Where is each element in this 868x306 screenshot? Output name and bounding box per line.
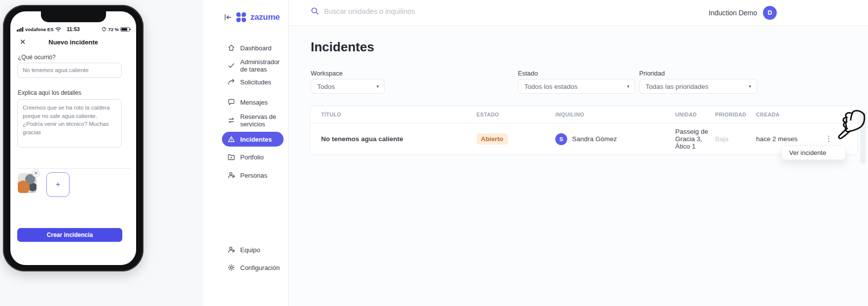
avatar[interactable]: D bbox=[763, 6, 777, 20]
incident-title-cell: No tenemos agua caliente bbox=[321, 131, 476, 147]
tenant-avatar: S bbox=[555, 133, 567, 145]
table-header-row: TÍTULO ESTADO INQUILINO UNIDAD PRIORIDAD… bbox=[310, 106, 858, 123]
sidebar-item-label: Reservas de servicios bbox=[240, 113, 284, 128]
priority-select[interactable]: Todas las prioridades ▾ bbox=[639, 79, 757, 94]
sidebar-item-label: Administrador de tareas bbox=[240, 58, 284, 73]
incident-actions-cell: ⋮ bbox=[825, 131, 847, 147]
filter-label-priority: Prioridad bbox=[639, 70, 665, 77]
sidebar-item-portfolio[interactable]: Portfolio bbox=[222, 150, 284, 164]
signal-icon bbox=[17, 27, 24, 32]
column-header-tenant: INQUILINO bbox=[555, 112, 675, 117]
sidebar-item-incidents[interactable]: Incidentes bbox=[222, 132, 284, 147]
person-key-icon bbox=[227, 171, 235, 179]
search-icon bbox=[311, 7, 319, 15]
main-content: Induction Demo D Incidentes Workspace To… bbox=[289, 0, 868, 306]
sidebar-item-requests[interactable]: Solicitudes bbox=[222, 75, 284, 89]
screenshot-stage: vodafone ES 11:53 72 % ✕ Nuevo incidente… bbox=[0, 0, 868, 306]
status-select[interactable]: Todos los estados ▾ bbox=[518, 79, 635, 94]
add-photo-button[interactable]: + bbox=[46, 172, 70, 197]
filter-label-status: Estado bbox=[518, 70, 538, 77]
zazume-logo-text: zazume bbox=[251, 12, 280, 22]
column-header-priority: PRIORIDAD bbox=[715, 112, 756, 117]
sidebar-item-label: Dashboard bbox=[240, 44, 272, 52]
chat-bubble-icon bbox=[227, 98, 235, 106]
incident-created-cell: hace 2 meses bbox=[756, 131, 825, 147]
repeat-icon bbox=[227, 116, 235, 124]
table-row[interactable]: No tenemos agua caliente Abierto S Sandr… bbox=[310, 123, 858, 154]
divider bbox=[18, 168, 131, 169]
workspace-select[interactable]: Todos ▾ bbox=[311, 79, 385, 94]
phone-notch bbox=[41, 11, 106, 22]
sidebar-item-messages[interactable]: Mensajes bbox=[222, 95, 284, 110]
clock-time: 11:53 bbox=[67, 26, 79, 32]
phone-screen-title: Nuevo incidente bbox=[10, 37, 136, 48]
column-header-unit: UNIDAD bbox=[675, 112, 715, 117]
top-bar: Induction Demo D bbox=[289, 0, 868, 26]
priority-select-value: Todas las prioridades bbox=[646, 83, 709, 90]
page-title: Incidentes bbox=[311, 39, 374, 55]
chevron-down-icon: ▾ bbox=[376, 84, 379, 89]
portfolio-folder-icon bbox=[227, 153, 235, 161]
sidebar-item-label: Mensajes bbox=[240, 99, 268, 106]
sidebar-item-service-bookings[interactable]: Reservas de servicios bbox=[222, 113, 284, 128]
create-incident-button[interactable]: Crear incidencia bbox=[17, 228, 122, 242]
search-input[interactable] bbox=[324, 7, 482, 15]
incident-priority-cell: Baja bbox=[715, 131, 756, 147]
sidebar: zazume Dashboard Administrador de tareas… bbox=[203, 0, 289, 306]
wifi-icon bbox=[55, 27, 61, 32]
close-icon[interactable]: ✕ bbox=[18, 38, 27, 46]
status-badge: Abierto bbox=[476, 133, 508, 145]
incident-unit-cell: Passeig de Gracia 3, Ático 1 bbox=[675, 124, 715, 154]
team-icon bbox=[227, 246, 235, 254]
question-label: ¿Qué ocurrió? bbox=[18, 54, 56, 61]
workspace-select-value: Todos bbox=[317, 83, 335, 90]
sidebar-item-dashboard[interactable]: Dashboard bbox=[222, 40, 284, 55]
home-icon bbox=[227, 44, 235, 52]
account-name[interactable]: Induction Demo bbox=[709, 9, 757, 17]
sidebar-item-label: Incidentes bbox=[240, 136, 272, 143]
orientation-lock-icon bbox=[102, 27, 107, 32]
gear-icon bbox=[227, 264, 235, 271]
phone-screen: vodafone ES 11:53 72 % ✕ Nuevo incidente… bbox=[10, 11, 136, 265]
tenant-name: Sandra Gómez bbox=[572, 135, 617, 143]
incident-status-cell: Abierto bbox=[476, 129, 555, 149]
context-menu: Ver incidente bbox=[782, 146, 846, 160]
column-header-created: CREADA bbox=[756, 112, 825, 117]
column-header-status: ESTADO bbox=[476, 112, 555, 117]
context-menu-item-view-incident[interactable]: Ver incidente bbox=[789, 149, 826, 156]
remove-photo-icon[interactable]: ✕ bbox=[32, 169, 40, 177]
incident-tenant-cell: S Sandra Gómez bbox=[555, 129, 675, 149]
details-textarea[interactable]: Creemos que se ha roto la caldera porque… bbox=[17, 99, 122, 148]
phone-mockup: vodafone ES 11:53 72 % ✕ Nuevo incidente… bbox=[3, 5, 144, 271]
scrollbar-track[interactable] bbox=[860, 112, 866, 164]
battery-percent: 72 % bbox=[108, 27, 119, 32]
sidebar-item-label: Configuración bbox=[240, 264, 280, 271]
chevron-down-icon: ▾ bbox=[627, 84, 629, 89]
details-label: Explica aquí los detalles bbox=[18, 89, 81, 96]
warning-triangle-icon bbox=[227, 135, 235, 143]
phone-status-bar: vodafone ES 11:53 72 % bbox=[10, 25, 136, 33]
check-icon bbox=[227, 62, 235, 70]
sidebar-item-task-manager[interactable]: Administrador de tareas bbox=[222, 58, 284, 73]
sidebar-item-people[interactable]: Personas bbox=[222, 168, 284, 183]
phone-nav-bar: ✕ Nuevo incidente bbox=[10, 37, 136, 48]
sidebar-item-team[interactable]: Equipo bbox=[222, 242, 284, 257]
battery-icon bbox=[120, 27, 130, 32]
incidents-table: TÍTULO ESTADO INQUILINO UNIDAD PRIORIDAD… bbox=[310, 106, 858, 155]
zazume-logo-icon bbox=[236, 12, 246, 22]
sidebar-item-label: Personas bbox=[240, 172, 267, 179]
collapse-sidebar-icon[interactable] bbox=[224, 13, 232, 21]
chevron-down-icon: ▾ bbox=[749, 84, 751, 89]
request-house-icon bbox=[227, 78, 235, 86]
sidebar-item-settings[interactable]: Configuración bbox=[222, 260, 284, 275]
question-input[interactable]: No tenemos agua caliente bbox=[17, 63, 122, 78]
kebab-menu-icon[interactable]: ⋮ bbox=[825, 135, 832, 142]
filter-label-workspace: Workspace bbox=[311, 70, 343, 77]
column-header-title: TÍTULO bbox=[321, 112, 476, 117]
carrier-label: vodafone ES bbox=[25, 27, 54, 32]
status-select-value: Todos los estados bbox=[524, 83, 578, 90]
sidebar-item-label: Portfolio bbox=[240, 153, 264, 161]
sidebar-item-label: Equipo bbox=[240, 246, 260, 254]
sidebar-item-label: Solicitudes bbox=[240, 78, 271, 86]
